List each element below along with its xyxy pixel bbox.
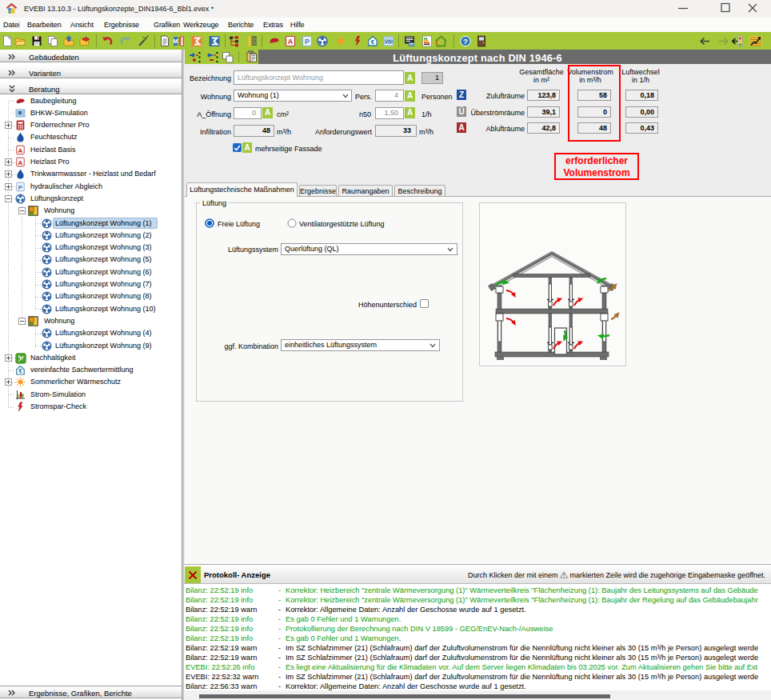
svg-text:P: P: [18, 183, 23, 190]
svg-text:€: €: [371, 38, 375, 46]
svg-text:M: M: [174, 38, 178, 44]
svg-text:A: A: [18, 146, 23, 154]
svg-text:P: P: [305, 38, 310, 46]
svg-text:VDI: VDI: [385, 39, 393, 44]
svg-text:?: ?: [463, 37, 468, 46]
svg-text:A: A: [18, 159, 23, 166]
svg-text:A: A: [288, 38, 294, 46]
